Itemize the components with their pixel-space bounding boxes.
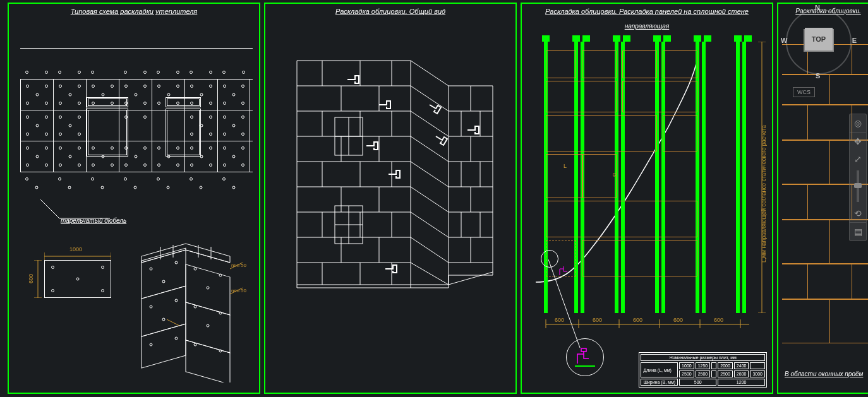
zoom-slider[interactable]: [857, 170, 859, 202]
svg-rect-16: [186, 302, 230, 353]
compass-s[interactable]: S: [816, 72, 820, 80]
svg-point-22: [175, 299, 178, 302]
sheet2-title: Раскладка облицовки. Общий вид: [265, 8, 515, 15]
svg-line-50: [411, 162, 449, 187]
zoom-extents-icon[interactable]: ⤢: [850, 150, 866, 168]
svg-line-54: [411, 263, 449, 285]
showmotion-icon[interactable]: ▤: [850, 223, 866, 240]
svg-point-23: [162, 318, 165, 321]
svg-point-28: [207, 287, 209, 289]
iso-min50a: min 50: [231, 263, 246, 268]
sheet3-title: Раскладка облицовки. Раскладка панелей н…: [522, 8, 772, 15]
panel-sample: [44, 260, 111, 298]
sheet-panel-layout-solid-wall: Раскладка облицовки. Раскладка панелей н…: [521, 3, 773, 394]
svg-point-32: [194, 343, 196, 346]
svg-line-47: [411, 86, 449, 111]
svg-line-53: [411, 237, 449, 263]
svg-point-21: [150, 305, 152, 308]
svg-point-20: [162, 280, 165, 283]
svg-rect-102: [581, 348, 586, 352]
sheet-insulation-layout: Типовая схема раскладки утеплителя тарел…: [8, 3, 260, 394]
pan-icon[interactable]: ✥: [850, 133, 866, 150]
viewcube[interactable]: TOP N S E W: [781, 4, 857, 80]
orbit-icon[interactable]: ⟲: [850, 204, 866, 222]
dim-B: B: [612, 173, 618, 177]
detail-bracket-small: [557, 263, 576, 279]
vertical-dim-label: L,мм направляющей соглансо статического …: [761, 98, 767, 263]
compass-n[interactable]: N: [815, 4, 820, 11]
viewcube-top-face[interactable]: TOP: [805, 28, 833, 50]
isometric-wall: [284, 48, 505, 294]
compass-w[interactable]: W: [781, 37, 787, 44]
svg-point-19: [175, 261, 178, 264]
compass-e[interactable]: E: [852, 37, 857, 44]
model-space[interactable]: Типовая схема раскладки утеплителя тарел…: [0, 0, 868, 397]
iso-min50b: min 50: [231, 288, 246, 293]
dowel-label: тарельчатый дюбель: [61, 217, 126, 224]
wcs-dropdown[interactable]: WCS: [793, 87, 815, 97]
dim-1000: 1000: [69, 246, 82, 252]
steering-wheel-icon[interactable]: ◎: [850, 114, 866, 132]
sheet-cladding-overview: Раскладка облицовки. Общий вид: [264, 3, 517, 394]
sheet1-title: Типовая схема раскладки утеплителя: [9, 8, 259, 15]
svg-point-29: [194, 305, 196, 308]
svg-line-48: [411, 111, 449, 136]
dim-L: L: [564, 163, 567, 169]
svg-line-36: [167, 319, 179, 326]
svg-line-52: [411, 212, 449, 237]
svg-rect-17: [186, 340, 230, 382]
sheet4-subtitle: В области оконных проём: [785, 370, 863, 377]
svg-point-18: [150, 268, 152, 270]
svg-point-26: [194, 268, 196, 270]
svg-point-25: [175, 337, 178, 340]
svg-rect-15: [186, 264, 230, 315]
corner-isometric: [135, 237, 249, 382]
guide-label: направляющая: [625, 23, 670, 30]
svg-point-31: [207, 324, 209, 327]
svg-line-51: [411, 187, 449, 212]
dim-600: 600: [28, 274, 34, 283]
svg-point-24: [150, 343, 152, 346]
insulation-grid: [20, 48, 253, 217]
svg-rect-13: [142, 286, 186, 336]
navigation-bar: ◎ ✥ ⤢ ⟲ ▤: [849, 114, 867, 241]
panel-size-table: Номинальные размеры плит, мм Длина (L, м…: [639, 352, 767, 388]
svg-rect-14: [142, 324, 186, 368]
svg-rect-12: [142, 248, 186, 299]
detail-bracket-icon: [572, 345, 598, 370]
svg-line-0: [40, 199, 59, 218]
